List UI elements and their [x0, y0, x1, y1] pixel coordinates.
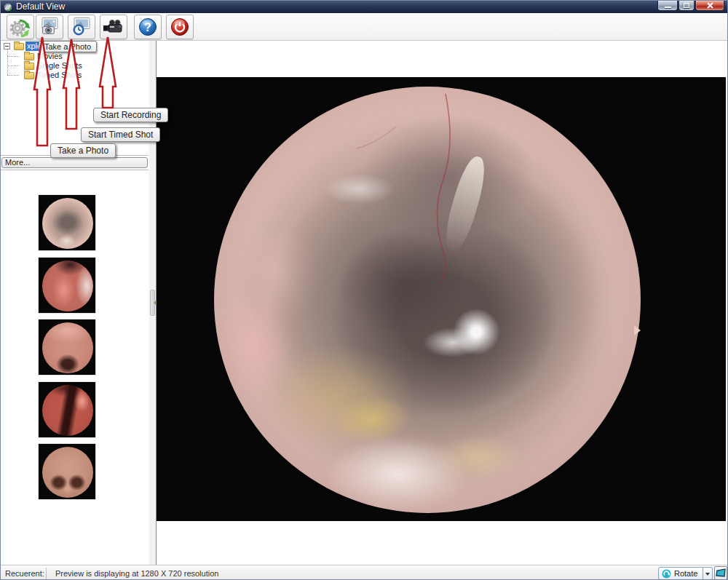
splitter-collapse-handle[interactable]: [150, 290, 155, 316]
gear-refresh-icon: [9, 17, 31, 37]
blood-vessel-line: [214, 87, 641, 513]
rotate-button[interactable]: Rotate: [658, 567, 703, 580]
video-camera-icon: [103, 17, 124, 37]
nasal-slit-thumbnail[interactable]: [38, 381, 96, 438]
hover-tooltip: Take a Photo: [39, 41, 97, 52]
tree-item-movies[interactable]: Movies: [1, 52, 146, 61]
otoscope-eardrum-image: [214, 87, 641, 513]
timed-shot-button[interactable]: [68, 15, 95, 39]
folder-icon: [24, 63, 34, 70]
app-window: Default View: [0, 0, 728, 580]
start-recording-button[interactable]: [100, 15, 127, 39]
rotate-dropdown-button[interactable]: [703, 567, 713, 580]
help-icon: ?: [137, 17, 159, 37]
thumbnail-image: [42, 447, 93, 498]
settings-button[interactable]: [7, 15, 34, 39]
callout-take-a-photo: Take a Photo: [50, 143, 116, 158]
folder-icon: [24, 53, 34, 60]
photo-camera-icon: [39, 17, 60, 37]
tree-item-timed-shots[interactable]: Timed Shots: [1, 71, 146, 80]
minimize-icon: [665, 7, 671, 8]
status-field-label: Recuerent:: [5, 569, 44, 578]
more-button[interactable]: More...: [1, 157, 148, 168]
rotate-icon: [662, 569, 671, 579]
power-icon: [169, 17, 191, 37]
title-bar: Default View: [1, 1, 728, 13]
toolbar: ?: [1, 13, 728, 41]
status-message: Preview is displaying at 1280 X 720 reso…: [55, 569, 218, 578]
thumbnail-image: [42, 385, 93, 436]
folder-icon: [14, 43, 24, 50]
tree-item-label: Single Shots: [36, 61, 84, 71]
display-icon: [715, 567, 727, 579]
power-exit-button[interactable]: [166, 15, 194, 39]
folder-icon: [24, 72, 34, 79]
close-button[interactable]: [695, 1, 724, 11]
photo-clock-icon: [71, 17, 92, 37]
rotate-label: Rotate: [674, 569, 697, 578]
canal-edge-protrusion: [634, 325, 646, 335]
maximize-button[interactable]: [678, 1, 695, 11]
thumbnail-image: [42, 198, 93, 249]
app-logo-icon: [4, 3, 12, 12]
help-button[interactable]: ?: [134, 15, 162, 39]
status-bar: Recuerent: Preview is displaying at 1280…: [1, 565, 728, 580]
eardrum-thumbnail[interactable]: [38, 194, 96, 251]
nasal-passage-thumbnail[interactable]: [38, 257, 96, 314]
thumbnail-panel: [1, 170, 149, 565]
window-title: Default View: [16, 1, 65, 13]
live-preview-area: [157, 77, 726, 521]
window-controls: [657, 1, 724, 11]
callout-start-recording: Start Recording: [93, 108, 168, 122]
maximize-icon: [684, 3, 689, 8]
tree-item-single-shots[interactable]: Single Shots: [1, 61, 146, 71]
vallecula-thumbnail[interactable]: [38, 443, 96, 500]
thumbnail-image: [42, 322, 93, 373]
thumbnail-image: [42, 261, 93, 311]
take-photo-button[interactable]: [36, 15, 63, 39]
display-toggle-button[interactable]: [714, 566, 727, 580]
minimize-button[interactable]: [657, 1, 678, 11]
svg-text:?: ?: [144, 21, 151, 33]
tree-item-label: Timed Shots: [36, 71, 83, 80]
callout-start-timed-shot: Start Timed Shot: [81, 127, 160, 142]
close-icon: [707, 2, 713, 9]
main-panel: [156, 41, 725, 565]
tree-item-label: Movies: [36, 52, 64, 61]
larynx-thumbnail[interactable]: [38, 319, 96, 376]
status-divider: [46, 568, 47, 579]
